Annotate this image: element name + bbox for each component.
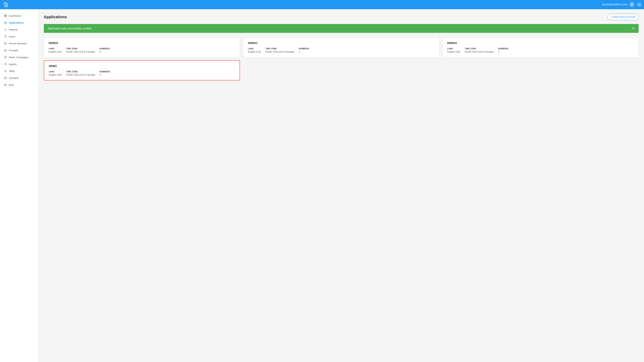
- page-header: Applications + NEW APPLICATION: [44, 14, 638, 20]
- timezone-label: TIME ZONE: [66, 48, 95, 50]
- svg-point-8: [5, 35, 6, 36]
- card-timezone-demo3: TIME ZONE Pacific Time (US & Canada): [465, 48, 493, 53]
- grid-icon: [4, 14, 7, 17]
- sidebar-item-applications[interactable]: Applications: [0, 19, 38, 26]
- sidebar-item-contacts[interactable]: Contacts: [0, 74, 38, 81]
- numbers-label: NUMBERS: [100, 48, 110, 50]
- sidebar-item-skills[interactable]: Skills: [0, 67, 38, 74]
- sidebar-label-phone-numbers: Phone Numbers: [9, 42, 27, 45]
- card-timezone-demo1: TIME ZONE Pacific Time (US & Canada): [266, 48, 294, 53]
- card-numbers-demo3: NUMBERS 1: [498, 48, 508, 53]
- banner-message: Application was successfully created.: [48, 27, 92, 30]
- svg-point-9: [5, 63, 6, 64]
- sidebar-label-reports: Reports: [9, 28, 18, 31]
- app-card-demo2[interactable]: DEMO2 LANG English (US) TIME ZONE Pacifi…: [44, 37, 240, 57]
- app-card-demo3[interactable]: DEMO3 LANG English (US) TIME ZONE Pacifi…: [442, 37, 638, 57]
- sidebar-label-bots: Bots: [9, 83, 14, 86]
- svg-rect-1: [4, 15, 5, 15]
- contact-icon: [4, 76, 7, 79]
- card-fields-demo1: LANG English (US) TIME ZONE Pacific Time…: [248, 48, 434, 53]
- sidebar: Dashboard Applications Reports Users Pho…: [0, 9, 38, 362]
- topbar: DEMO@ZOMNIO.COM: [0, 0, 644, 9]
- sidebar-item-bots[interactable]: Bots: [0, 81, 38, 88]
- phone-icon: [4, 42, 7, 45]
- svg-rect-12: [4, 84, 6, 86]
- banner-close-button[interactable]: ✕: [632, 27, 635, 30]
- card-lang-demo: LANG English (US): [49, 71, 62, 76]
- sidebar-label-dashboard: Dashboard: [9, 14, 21, 17]
- lang-value: English (US): [48, 50, 62, 53]
- svg-point-13: [5, 84, 6, 84]
- svg-rect-3: [4, 16, 5, 17]
- timezone-value: Pacific Time (US & Canada): [66, 50, 95, 53]
- page-title: Applications: [44, 15, 67, 19]
- card-numbers-demo1: NUMBERS 1: [299, 48, 309, 53]
- lang-label: LANG: [48, 48, 62, 50]
- card-fields-demo3: LANG English (US) TIME ZONE Pacific Time…: [447, 48, 634, 53]
- new-application-button[interactable]: + NEW APPLICATION: [607, 14, 638, 20]
- svg-rect-2: [6, 15, 6, 15]
- bar-chart-icon: [4, 28, 7, 31]
- headphones-icon: [4, 49, 7, 52]
- card-numbers-demo: NUMBERS 0: [100, 71, 110, 76]
- card-fields-demo: LANG English (US) TIME ZONE Pacific Time…: [49, 71, 235, 76]
- card-name-demo: DEMO: [49, 64, 235, 67]
- sidebar-item-users[interactable]: Users: [0, 33, 38, 40]
- sidebar-label-dialer-campaigns: Dialer Campaigns: [9, 56, 29, 59]
- card-timezone-demo2: TIME ZONE Pacific Time (US & Canada): [66, 48, 95, 53]
- card-numbers-demo2: NUMBERS 0: [100, 48, 110, 53]
- sidebar-item-agents[interactable]: Agents: [0, 61, 38, 67]
- success-banner: Application was successfully created. ✕: [44, 24, 638, 33]
- svg-point-10: [5, 71, 6, 71]
- card-name-demo1: DEMO1: [248, 41, 434, 44]
- card-timezone-demo: TIME ZONE Pacific Time (US & Canada): [66, 71, 95, 76]
- app-card-demo[interactable]: DEMO LANG English (US) TIME ZONE Pacific…: [44, 60, 240, 80]
- card-lang-demo1: LANG English (US): [248, 48, 261, 53]
- app-card-demo1[interactable]: DEMO1 LANG English (US) TIME ZONE Pacifi…: [243, 37, 439, 57]
- user-icon: [4, 35, 7, 38]
- topbar-right: DEMO@ZOMNIO.COM: [602, 2, 642, 7]
- applications-grid: DEMO2 LANG English (US) TIME ZONE Pacifi…: [44, 37, 638, 80]
- apps-icon: [4, 21, 7, 24]
- sidebar-item-dialer-campaigns[interactable]: Dialer Campaigns: [0, 54, 38, 61]
- sidebar-label-skills: Skills: [9, 70, 14, 72]
- card-fields-demo2: LANG English (US) TIME ZONE Pacific Time…: [48, 48, 235, 53]
- sidebar-label-agents: Agents: [9, 63, 16, 66]
- card-lang-demo2: LANG English (US): [48, 48, 62, 53]
- sidebar-item-prompts[interactable]: Prompts: [0, 47, 38, 54]
- sidebar-label-contacts: Contacts: [9, 77, 19, 79]
- logo[interactable]: [2, 1, 9, 8]
- svg-rect-4: [6, 16, 6, 17]
- card-name-demo3: DEMO3: [447, 41, 634, 44]
- main-content: Applications + NEW APPLICATION Applicati…: [38, 9, 644, 362]
- sidebar-label-users: Users: [9, 35, 15, 38]
- agent-icon: [4, 62, 7, 66]
- bot-icon: [4, 83, 7, 86]
- sidebar-item-reports[interactable]: Reports: [0, 26, 38, 33]
- sidebar-label-applications: Applications: [9, 21, 24, 24]
- svg-rect-11: [4, 77, 6, 79]
- sidebar-label-prompts: Prompts: [9, 49, 18, 52]
- skill-icon: [4, 69, 7, 72]
- user-email: DEMO@ZOMNIO.COM: [602, 3, 627, 6]
- menu-button[interactable]: [637, 2, 642, 7]
- svg-point-0: [631, 4, 632, 4]
- numbers-value: 0: [100, 50, 110, 53]
- card-name-demo2: DEMO2: [48, 41, 235, 44]
- card-lang-demo3: LANG English (US): [447, 48, 460, 53]
- sidebar-item-phone-numbers[interactable]: Phone Numbers: [0, 40, 38, 47]
- sidebar-item-dashboard[interactable]: Dashboard: [0, 12, 38, 19]
- avatar-button[interactable]: [630, 2, 634, 7]
- phone-out-icon: [4, 56, 7, 59]
